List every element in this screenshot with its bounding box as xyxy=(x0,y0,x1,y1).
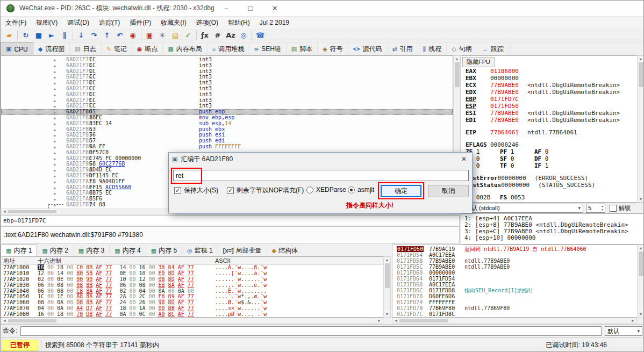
scroll-left-icon[interactable]: ◄ xyxy=(2,209,7,214)
vertical-scrollbar[interactable]: ▲▼ xyxy=(637,245,644,318)
notes-icon[interactable]: ▤ xyxy=(169,30,182,41)
scrollbar-thumb[interactable] xyxy=(8,319,56,322)
unlock-checkbox[interactable]: 解锁 xyxy=(610,204,631,212)
register-row[interactable]: OF 0SF 0DF 0 xyxy=(466,155,644,162)
scroll-right-icon[interactable]: ► xyxy=(377,318,382,323)
stack-row[interactable]: 0171FD7C0171FD8C xyxy=(392,311,644,317)
run-icon[interactable]: ► xyxy=(45,30,58,41)
scroll-up-icon[interactable]: ▲ xyxy=(638,246,644,250)
scrollbar-thumb[interactable] xyxy=(639,252,643,276)
tab-cpu[interactable]: ▣CPU xyxy=(1,42,33,55)
scroll-right-icon[interactable]: ► xyxy=(631,318,635,323)
tab-source[interactable]: <>源代码 xyxy=(348,42,388,55)
cancel-button[interactable]: 取消 xyxy=(428,185,469,197)
register-row[interactable]: EIP77B64061ntdll.77B64061 xyxy=(466,129,644,136)
menu-item[interactable]: 收藏夹(I) xyxy=(156,17,191,28)
assemble-instruction-input[interactable] xyxy=(173,170,469,181)
scrollbar-thumb[interactable] xyxy=(455,62,460,87)
scroll-down-icon[interactable]: ▼ xyxy=(638,197,644,202)
stack-row[interactable]: 0171FD5077B9AC19返回到 ntdll.77B9AC19 自 ntd… xyxy=(392,246,644,252)
register-row[interactable]: ECX77B9ABE0<ntdll.DbgUiRemoteBreakin> xyxy=(466,82,644,89)
maximize-button[interactable]: □ xyxy=(239,1,263,17)
az-icon[interactable]: Az xyxy=(224,30,237,41)
tab-notes-tab[interactable]: ✎笔记 xyxy=(102,42,132,55)
animate-icon[interactable]: ◉ xyxy=(126,30,139,41)
stack-row[interactable]: 0171FD70D60FE6D6 xyxy=(392,293,644,299)
minimize-button[interactable]: – xyxy=(214,1,239,17)
command-input[interactable] xyxy=(20,326,602,336)
horizontal-scrollbar[interactable]: ◄► xyxy=(392,318,637,324)
scroll-up-icon[interactable]: ▲ xyxy=(384,257,390,262)
register-row[interactable]: EBX00000000 xyxy=(466,75,644,82)
close-button[interactable]: ✕ xyxy=(263,1,287,17)
bottom-tab-locals[interactable]: [x=]局部变量 xyxy=(218,245,267,256)
bottom-tab-memory2[interactable]: ▦内存 2 xyxy=(37,245,73,256)
scroll-up-icon[interactable]: ▲ xyxy=(454,56,460,61)
horizontal-scrollbar[interactable]: ◄► xyxy=(1,318,383,324)
tab-references[interactable]: ⇄引用 xyxy=(388,42,418,55)
bottom-tab-watch[interactable]: ◎监视 1 xyxy=(182,245,218,256)
scrollbar-thumb[interactable] xyxy=(385,263,390,288)
tab-script[interactable]: ▤脚本 xyxy=(287,42,318,55)
bottom-tab-memory1[interactable]: ▦内存 1 xyxy=(1,245,37,256)
register-row[interactable]: EFLAGS00000246 xyxy=(466,141,644,148)
settings-icon[interactable]: ✳ xyxy=(156,30,169,41)
dump-row[interactable]: 77AF103006000800088BAF7706000800E88AAF77… xyxy=(1,283,390,289)
register-row[interactable]: GS 002BFS 0053 xyxy=(466,194,644,201)
arguments-pane[interactable]: 1: [esp+4] A0C17EEA2: [esp+8] 77B9ABE0 <… xyxy=(461,213,644,245)
memory-dump-pane[interactable]: 地址 十六进制 ASCII 77AF100016001800C08BAF7714… xyxy=(1,256,391,318)
bottom-tab-memory5[interactable]: ▦内存 5 xyxy=(146,245,182,256)
scroll-down-icon[interactable]: ▼ xyxy=(384,312,390,317)
open-file-icon[interactable]: ▰ xyxy=(3,30,16,41)
tab-log[interactable]: ▤日志 xyxy=(70,42,101,55)
menu-item[interactable]: 调试(D) xyxy=(62,17,94,28)
stack-row[interactable]: 0171FD5877B9ABE0ntdll.77B9ABE0 xyxy=(392,258,644,264)
stack-row[interactable]: 0171FD6000000000 xyxy=(392,270,644,276)
register-row[interactable]: EDI77B9ABE0<ntdll.DbgUiRemoteBreakin> xyxy=(466,117,644,124)
register-row[interactable]: LastError00000000(ERROR_SUCCESS) xyxy=(466,175,644,182)
scrollbar-thumb[interactable] xyxy=(399,319,448,322)
argument-row[interactable]: 4: [esp+10] 00000000 xyxy=(464,235,644,241)
tab-symbols[interactable]: ◈符号 xyxy=(318,42,348,55)
keep-size-checkbox[interactable]: ✓ 保持大小(S) xyxy=(174,186,218,195)
register-row[interactable]: ZF 1PF 1AF 0 xyxy=(466,148,644,155)
bottom-tab-struct[interactable]: ◆结构体 xyxy=(267,245,303,256)
registers-pane[interactable]: 隐藏FPU EAX01186000EBX00000000ECX77B9ABE0<… xyxy=(461,55,644,203)
menu-item[interactable]: 追踪(T) xyxy=(94,17,125,28)
convention-dropdown[interactable]: 默认 (stdcall) ▾ xyxy=(463,204,583,213)
xedparse-radio[interactable]: XEDParse xyxy=(306,186,346,193)
step-back-icon[interactable]: ↶ xyxy=(113,30,126,41)
hide-fpu-button[interactable]: 隐藏FPU xyxy=(462,57,495,67)
menu-item[interactable]: 文件(F) xyxy=(1,17,31,28)
run-to-return-icon[interactable]: ↑ xyxy=(101,30,113,41)
argument-count-spinner[interactable]: 5 ▴▾ xyxy=(586,204,605,213)
dialog-close-icon[interactable]: ✕ xyxy=(456,155,472,163)
bottom-tab-memory4[interactable]: ▦内存 4 xyxy=(110,245,146,256)
fx-icon[interactable]: ƒx xyxy=(198,30,211,41)
stack-row[interactable]: 0171FD640171FD54 xyxy=(392,276,644,282)
restart-icon[interactable]: ↻ xyxy=(19,30,32,41)
command-profile-dropdown[interactable]: 默认 ▾ xyxy=(605,326,642,336)
dialog-title-bar[interactable]: ▣ 汇编于 6AD21F80 ✕ xyxy=(169,153,472,166)
stack-row[interactable]: 0171FD7877B69F80ntdll.77B69F80 xyxy=(392,305,644,311)
fill-nop-checkbox[interactable]: ✓ 剩余字节以NOP填充(F) xyxy=(227,186,304,195)
register-row[interactable]: EDX77B9ABE0<ntdll.DbgUiRemoteBreakin> xyxy=(466,89,644,96)
scrollbar-thumb[interactable] xyxy=(639,62,643,87)
scroll-down-icon[interactable]: ▼ xyxy=(638,312,644,317)
vertical-scrollbar[interactable]: ▲▼ xyxy=(637,55,644,203)
hash-icon[interactable]: # xyxy=(211,30,224,41)
tab-threads[interactable]: ∥线程 xyxy=(418,42,447,55)
scroll-left-icon[interactable]: ◄ xyxy=(393,318,398,323)
stack-row[interactable]: 0171FD5C77B9ABE0ntdll.77B9ABE0 xyxy=(392,264,644,270)
menu-item[interactable]: 插件(P) xyxy=(125,17,156,28)
spinner-arrows-icon[interactable]: ▴▾ xyxy=(602,204,603,212)
register-row[interactable]: ESP0171FD50 xyxy=(466,103,644,110)
stack-pane[interactable]: 0171FD5077B9AC19返回到 ntdll.77B9AC19 自 ntd… xyxy=(392,245,644,318)
trace-icon[interactable]: ▣ xyxy=(143,30,156,41)
scroll-left-icon[interactable]: ◄ xyxy=(2,318,7,323)
disasm-row[interactable]: ●6AD21F8383EC 14sub esp,14 xyxy=(1,121,453,127)
disasm-row[interactable]: ●6AD21F7DCCint3 xyxy=(1,92,453,98)
disasm-row[interactable]: ●6AD21F78CCint3 xyxy=(1,63,453,69)
tab-memory-map[interactable]: ▦内存布局 xyxy=(163,42,207,55)
scroll-up-icon[interactable]: ▲ xyxy=(638,56,644,61)
